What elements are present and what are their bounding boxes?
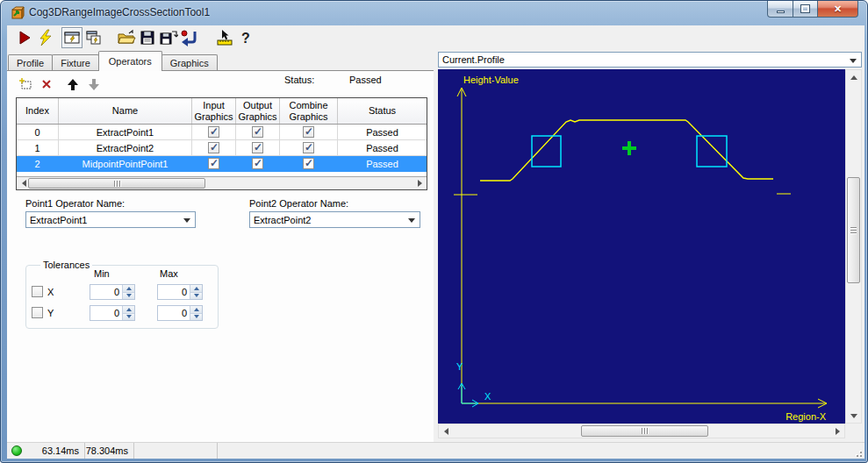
cell-index: 0 — [17, 125, 59, 140]
axis-label: Y — [47, 308, 54, 318]
scrollbar-thumb[interactable] — [28, 178, 205, 189]
combine-graphics-checkbox[interactable] — [303, 126, 314, 138]
output-graphics-checkbox[interactable] — [252, 142, 263, 153]
open-folder-icon — [117, 29, 136, 46]
scroll-right-arrow[interactable] — [830, 425, 844, 438]
maximize-button[interactable] — [793, 1, 818, 18]
spin-down-icon[interactable] — [123, 313, 134, 321]
column-header-output-graphics[interactable]: Output Graphics — [236, 98, 280, 124]
spin-up-icon[interactable] — [123, 285, 134, 292]
operators-panel: Profile Fixture Operators Graphics — [7, 50, 434, 442]
reset-arrow-icon — [180, 29, 199, 46]
y-max-spinner[interactable]: 0 — [157, 305, 203, 321]
point2-operator-label: Point2 Operator Name: — [249, 198, 348, 209]
cell-status: Passed — [338, 156, 427, 172]
svg-text:?: ? — [241, 31, 250, 46]
add-operator-button[interactable] — [15, 75, 36, 93]
profile-display[interactable]: YXHeight-ValueRegion-X — [438, 69, 845, 424]
input-graphics-checkbox[interactable] — [208, 126, 219, 138]
spin-down-icon[interactable] — [123, 292, 134, 300]
y-min-spinner[interactable]: 0 — [90, 305, 135, 321]
tab-graphics[interactable]: Graphics — [161, 54, 218, 71]
show-image-button[interactable] — [61, 27, 82, 48]
tab-label: Graphics — [170, 58, 209, 68]
cell-index: 1 — [17, 140, 59, 156]
column-header-name[interactable]: Name — [59, 98, 192, 124]
open-button[interactable] — [116, 27, 137, 48]
tolerance-row-x: X — [32, 286, 54, 297]
point1-operator-value: ExtractPoint1 — [30, 215, 87, 225]
tab-label: Profile — [17, 58, 44, 68]
mini-y-axis-label: Y — [456, 361, 463, 372]
float-image-button[interactable] — [82, 27, 104, 48]
display-vertical-scrollbar[interactable] — [845, 69, 862, 424]
output-graphics-checkbox[interactable] — [252, 126, 263, 138]
column-header-input-graphics[interactable]: Input Graphics — [192, 98, 236, 124]
column-header-combine-graphics[interactable]: Combine Graphics — [280, 98, 338, 124]
record-selector-combo[interactable]: Current.Profile — [438, 52, 862, 68]
axis-label: X — [47, 287, 54, 297]
chevron-down-icon — [408, 218, 415, 223]
spin-down-icon[interactable] — [190, 313, 202, 321]
tab-profile[interactable]: Profile — [8, 54, 53, 71]
x-max-spinner[interactable]: 0 — [157, 284, 203, 300]
scroll-up-arrow[interactable] — [846, 70, 861, 84]
column-header-status[interactable]: Status — [338, 98, 427, 124]
point1-operator-combo[interactable]: ExtractPoint1 — [25, 211, 196, 228]
tab-strip: Profile Fixture Operators Graphics — [8, 52, 217, 71]
table-row-selected[interactable]: 2 MidpointPointPoint1 Passed — [17, 156, 427, 172]
status-bar: 63.14ms 78.304ms — [7, 442, 864, 459]
operators-table: Index Name Input Graphics Output Graphic… — [16, 97, 427, 190]
help-button[interactable]: ? — [235, 27, 256, 48]
display-horizontal-scrollbar[interactable] — [438, 424, 845, 438]
y-tolerance-checkbox[interactable] — [32, 307, 43, 318]
table-row[interactable]: 1 ExtractPoint2 Passed — [17, 140, 427, 156]
delete-operator-button[interactable] — [36, 75, 57, 93]
spin-up-icon[interactable] — [190, 306, 202, 313]
column-header-index[interactable]: Index — [17, 98, 59, 124]
output-graphics-checkbox[interactable] — [252, 158, 263, 169]
save-as-button[interactable] — [158, 27, 179, 48]
move-down-button[interactable] — [83, 75, 104, 93]
table-row[interactable]: 0 ExtractPoint1 Passed — [17, 125, 427, 140]
save-button[interactable] — [137, 27, 158, 48]
spin-down-icon[interactable] — [190, 292, 202, 300]
input-graphics-checkbox[interactable] — [208, 158, 219, 169]
x-tolerance-checkbox[interactable] — [32, 286, 43, 297]
tab-operators[interactable]: Operators — [98, 51, 162, 71]
scroll-right-arrow[interactable] — [412, 177, 427, 189]
window-title: Cog3DRangeImageCrossSectionTool1 — [29, 6, 210, 18]
cell-status: Passed — [338, 140, 427, 156]
combine-graphics-checkbox[interactable] — [303, 158, 314, 169]
profile-line — [480, 120, 773, 181]
save-floppy-icon — [139, 29, 156, 46]
tool-window: Cog3DRangeImageCrossSectionTool1 ✕ — [0, 0, 868, 463]
run-play-icon — [16, 29, 33, 46]
spin-up-icon[interactable] — [190, 285, 202, 292]
scrollbar-thumb[interactable] — [847, 177, 860, 283]
save-as-floppy-icon — [159, 29, 178, 46]
tab-label: Operators — [109, 56, 152, 67]
scroll-down-arrow[interactable] — [846, 409, 861, 423]
point2-operator-combo[interactable]: ExtractPoint2 — [249, 211, 420, 228]
table-horizontal-scrollbar[interactable] — [17, 176, 427, 189]
close-button[interactable]: ✕ — [818, 1, 858, 18]
scrollbar-thumb[interactable] — [581, 425, 708, 437]
title-bar[interactable]: Cog3DRangeImageCrossSectionTool1 ✕ — [1, 1, 867, 25]
size-grip[interactable] — [853, 448, 862, 457]
cell-name: ExtractPoint2 — [59, 140, 192, 156]
help-question-icon: ? — [239, 29, 253, 46]
scroll-left-arrow[interactable] — [439, 425, 453, 438]
run-button[interactable] — [14, 27, 35, 48]
result-indicator-icon — [11, 445, 22, 456]
reset-button[interactable] — [179, 27, 200, 48]
input-graphics-checkbox[interactable] — [208, 142, 219, 153]
x-min-spinner[interactable]: 0 — [90, 284, 135, 300]
trigger-button[interactable] — [35, 27, 56, 48]
minimize-button[interactable] — [767, 1, 793, 18]
pointer-tool-button[interactable] — [214, 27, 235, 48]
tab-fixture[interactable]: Fixture — [52, 54, 99, 71]
move-up-button[interactable] — [62, 75, 83, 93]
spin-up-icon[interactable] — [123, 306, 134, 313]
combine-graphics-checkbox[interactable] — [303, 142, 314, 153]
